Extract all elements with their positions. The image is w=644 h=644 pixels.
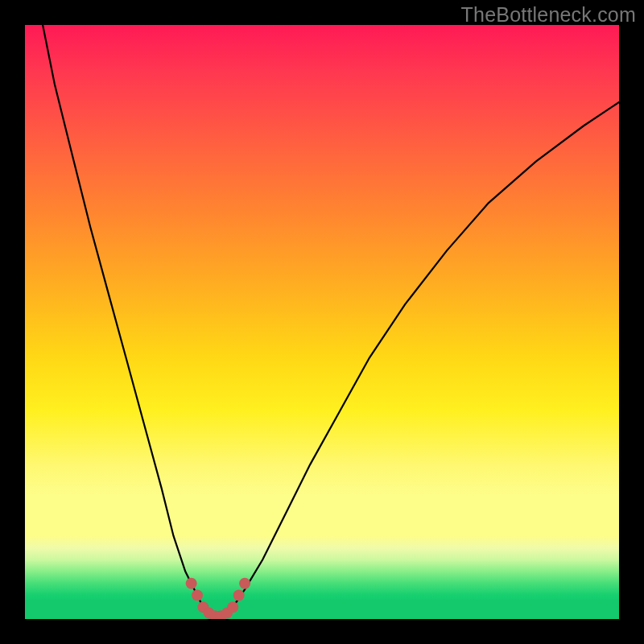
watermark-text: TheBottleneck.com	[461, 3, 636, 27]
bottleneck-chart	[25, 25, 619, 619]
bottleneck-curve-path	[43, 25, 619, 616]
optimal-region-markers	[192, 584, 245, 617]
outer-frame: TheBottleneck.com	[0, 0, 644, 644]
plot-area	[25, 25, 619, 619]
